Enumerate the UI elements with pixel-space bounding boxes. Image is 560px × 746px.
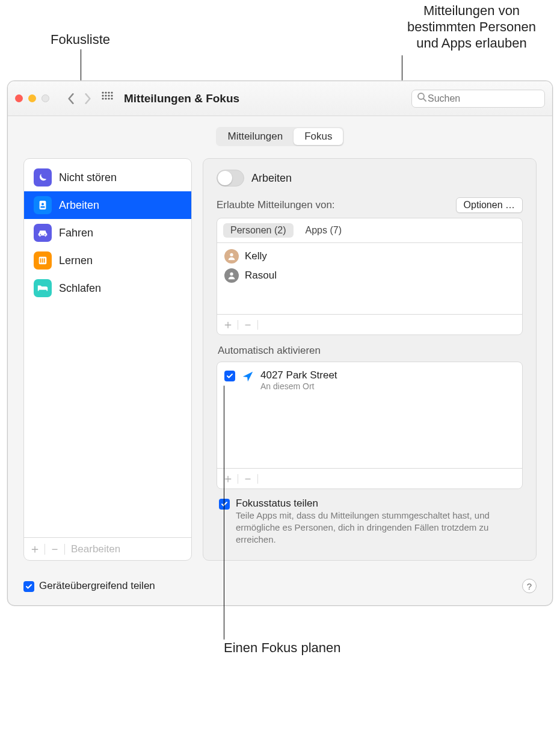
window-toolbar: Mitteilungen & Fokus — [8, 81, 552, 116]
svg-point-4 — [102, 94, 103, 96]
svg-point-9 — [105, 97, 106, 99]
focus-item-label: Fahren — [59, 227, 93, 239]
auto-location-title: 4027 Park Street — [260, 369, 337, 381]
edit-focus-button[interactable]: Bearbeiten — [71, 543, 120, 555]
help-button[interactable]: ? — [522, 579, 537, 593]
book-icon — [34, 251, 52, 270]
focus-name-label: Arbeiten — [251, 172, 292, 185]
svg-point-11 — [111, 97, 112, 99]
tab-switch: Mitteilungen Fokus — [216, 127, 345, 146]
share-status-desc: Teile Apps mit, dass du Mitteilungen stu… — [236, 510, 520, 546]
share-across-devices-label: Geräteübergreifend teilen — [39, 580, 155, 592]
auto-activate-row[interactable]: 4027 Park Street An diesem Ort — [217, 362, 522, 396]
close-window-button[interactable] — [15, 94, 23, 102]
svg-point-1 — [105, 91, 106, 93]
focus-list-footer: ＋ － Bearbeiten — [24, 537, 191, 560]
svg-point-23 — [230, 253, 233, 256]
share-across-devices-checkbox[interactable] — [23, 581, 34, 592]
svg-point-2 — [108, 91, 109, 93]
focus-item-work[interactable]: Arbeiten — [24, 191, 191, 219]
moon-icon — [34, 168, 52, 186]
back-button[interactable] — [63, 90, 79, 107]
search-field[interactable] — [411, 90, 545, 108]
allowed-person-name: Rasoul — [245, 270, 277, 282]
zoom-window-button — [42, 94, 49, 102]
auto-activate-box: 4027 Park Street An diesem Ort ＋ － — [217, 362, 523, 489]
minimize-window-button[interactable] — [28, 94, 36, 102]
avatar-icon — [224, 268, 239, 283]
remove-person-button[interactable]: － — [242, 316, 254, 333]
focus-item-learning[interactable]: Lernen — [24, 247, 191, 274]
focus-item-dnd[interactable]: Nicht stören — [24, 164, 191, 191]
focus-sidebar: Nicht stören Arbeiten Fahren — [23, 158, 192, 561]
callout-focuslist: Fokusliste — [51, 31, 110, 48]
svg-point-8 — [102, 97, 103, 99]
focus-item-label: Nicht stören — [59, 171, 117, 184]
focus-list: Nicht stören Arbeiten Fahren — [24, 159, 191, 537]
svg-point-15 — [42, 203, 44, 205]
allowed-person-row[interactable]: Rasoul — [223, 266, 516, 285]
options-button[interactable]: Optionen … — [456, 197, 523, 213]
add-person-button[interactable]: ＋ — [222, 316, 234, 333]
focus-settings-panel: Arbeiten Erlaubte Mitteilungen von: Opti… — [203, 158, 537, 561]
svg-rect-20 — [40, 258, 42, 262]
svg-point-18 — [45, 234, 46, 235]
allowed-tab-apps[interactable]: Apps (7) — [298, 223, 349, 238]
window-controls — [15, 94, 49, 102]
badge-icon — [34, 196, 52, 214]
search-icon — [417, 92, 426, 105]
svg-point-24 — [230, 273, 233, 276]
show-all-icon[interactable] — [101, 91, 113, 106]
focus-item-sleep[interactable]: Schlafen — [24, 274, 191, 302]
svg-point-7 — [111, 94, 112, 96]
car-icon — [34, 224, 52, 242]
focus-item-label: Arbeiten — [59, 199, 99, 212]
focus-item-label: Lernen — [59, 254, 93, 267]
svg-line-13 — [423, 99, 426, 101]
auto-enable-checkbox[interactable] — [224, 371, 235, 381]
remove-focus-button[interactable]: － — [49, 541, 61, 557]
window-title: Mitteilungen & Fokus — [124, 92, 239, 105]
tab-focus[interactable]: Fokus — [294, 128, 343, 145]
bed-icon — [34, 279, 52, 297]
auto-activate-label: Automatisch aktivieren — [218, 345, 523, 357]
tab-notifications[interactable]: Mitteilungen — [217, 128, 294, 145]
svg-point-10 — [108, 97, 109, 99]
svg-point-6 — [108, 94, 109, 96]
share-status-title: Fokusstatus teilen — [236, 498, 520, 510]
auto-location-subtitle: An diesem Ort — [260, 381, 337, 391]
svg-point-0 — [102, 91, 103, 93]
allowed-person-name: Kelly — [245, 250, 267, 262]
share-status-checkbox[interactable] — [219, 499, 230, 510]
remove-automation-button[interactable]: － — [242, 470, 254, 487]
allowed-listbox: Personen (2) Apps (7) Kelly Rasou — [217, 218, 523, 335]
svg-rect-21 — [42, 258, 43, 262]
preferences-window: Mitteilungen & Fokus Mitteilungen Fokus — [7, 81, 553, 606]
svg-rect-16 — [40, 206, 45, 208]
forward-button[interactable] — [79, 90, 96, 107]
allowed-tab-people[interactable]: Personen (2) — [223, 223, 294, 238]
focus-item-driving[interactable]: Fahren — [24, 219, 191, 247]
svg-point-5 — [105, 94, 106, 96]
focus-enable-toggle[interactable] — [217, 170, 244, 186]
callouts-top: Fokusliste Mitteilungen von bestimmten P… — [0, 0, 560, 76]
svg-point-3 — [111, 91, 112, 93]
add-focus-button[interactable]: ＋ — [29, 541, 41, 557]
svg-rect-22 — [44, 258, 45, 262]
avatar-icon — [224, 249, 239, 264]
callout-allow: Mitteilungen von bestimmten Personen und… — [407, 2, 536, 51]
svg-point-17 — [40, 234, 41, 235]
allowed-person-row[interactable]: Kelly — [223, 247, 516, 266]
allowed-from-label: Erlaubte Mitteilungen von: — [217, 199, 335, 211]
location-icon — [241, 370, 254, 383]
focus-item-label: Schlafen — [59, 282, 101, 295]
search-input[interactable] — [426, 93, 549, 105]
callouts-bottom: Einen Fokus planen — [0, 606, 560, 659]
callout-plan: Einen Fokus planen — [224, 640, 340, 656]
